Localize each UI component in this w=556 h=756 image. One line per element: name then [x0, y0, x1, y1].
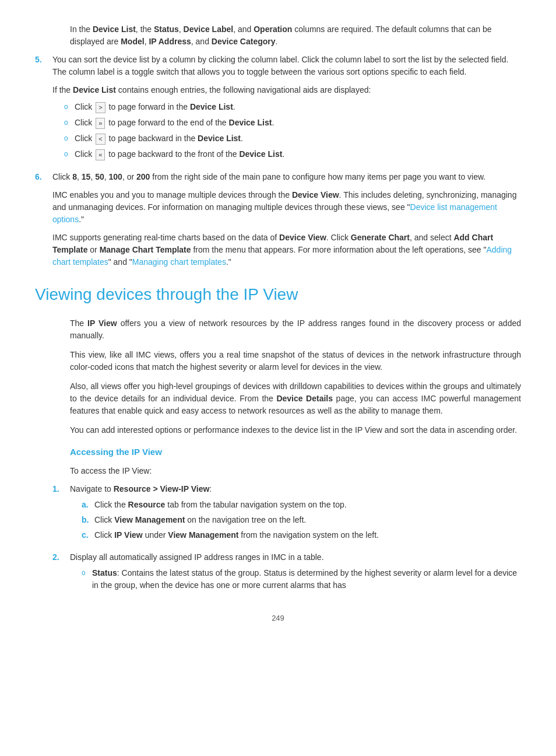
item-5: 5. You can sort the device list by a col… — [35, 54, 521, 164]
btn-forward-end: » — [96, 118, 105, 129]
item-6-number: 6. — [35, 171, 52, 268]
section-heading: Viewing devices through the IP View — [35, 282, 521, 307]
alpha-b: b. Click View Management on the navigati… — [82, 514, 521, 526]
item-6: 6. Click 8, 15, 50, 100, or 200 from the… — [35, 171, 521, 268]
item-6-text: Click 8, 15, 50, 100, or 200 from the ri… — [52, 171, 521, 183]
bullet-icon-1: o — [64, 102, 75, 112]
item-5-content: You can sort the device list by a column… — [52, 54, 521, 164]
item-6-para2: IMC supports generating real-time charts… — [52, 232, 521, 268]
access-item-2: 2. Display all automatically assigned IP… — [52, 551, 521, 595]
access-item-2-number: 2. — [52, 551, 70, 595]
access-item-1: 1. Navigate to Resource > View-IP View: … — [52, 483, 521, 544]
alpha-c-label: c. — [82, 529, 94, 541]
bullet-status-text: Status: Contains the latest status of th… — [92, 567, 521, 592]
bullet-icon-2: o — [64, 117, 75, 128]
bullet-backward: o Click < to page backward in the Device… — [64, 132, 521, 145]
access-item-1-content: Navigate to Resource > View-IP View: a. … — [70, 483, 521, 544]
link-device-list-mgmt[interactable]: Device list management options — [52, 202, 497, 224]
section-paras: The IP View offers you a view of network… — [70, 317, 521, 436]
item-6-content: Click 8, 15, 50, 100, or 200 from the ri… — [52, 171, 521, 268]
btn-backward-start: « — [96, 149, 105, 160]
bullet-forward-text: Click > to page forward in the Device Li… — [75, 101, 235, 113]
section-para-4: You can add interested options or perfor… — [70, 424, 521, 436]
bullet-forward-end: o Click » to page forward to the end of … — [64, 117, 521, 129]
btn-backward: < — [96, 134, 105, 145]
bullet-forward-end-text: Click » to page forward to the end of th… — [75, 117, 274, 129]
intro-text: In the Device List, the Status, Device L… — [70, 23, 521, 48]
alpha-c: c. Click IP View under View Management f… — [82, 529, 521, 541]
alpha-a: a. Click the Resource tab from the tabul… — [82, 499, 521, 511]
bullet-backward-text: Click < to page backward in the Device L… — [75, 132, 243, 145]
access-item-2-text: Display all automatically assigned IP ad… — [70, 551, 521, 564]
intro-paragraph: In the Device List, the Status, Device L… — [70, 23, 521, 48]
bullet-forward: o Click > to page forward in the Device … — [64, 101, 521, 113]
bullet-icon-4: o — [64, 149, 75, 159]
access-intro-block: To access the IP View: — [70, 465, 521, 477]
access-item-1-number: 1. — [52, 483, 70, 544]
alpha-b-label: b. — [82, 514, 94, 526]
bullet-icon-3: o — [64, 133, 75, 144]
sub-heading-container: Accessing the IP View — [70, 446, 521, 459]
bullet-status: o Status: Contains the latest status of … — [82, 567, 521, 592]
access-item-1-text: Navigate to Resource > View-IP View: — [70, 483, 521, 495]
bullet-backward-start: o Click « to page backward to the front … — [64, 148, 521, 160]
bullet-status-icon: o — [82, 568, 92, 578]
alpha-b-text: Click View Management on the navigation … — [94, 514, 306, 526]
item-5-number: 5. — [35, 54, 52, 164]
item-5-text: You can sort the device list by a column… — [52, 54, 521, 78]
page-number: 249 — [35, 612, 521, 624]
section-para-1: The IP View offers you a view of network… — [70, 317, 521, 342]
access-item-2-content: Display all automatically assigned IP ad… — [70, 551, 521, 595]
access-item-1-alpha: a. Click the Resource tab from the tabul… — [70, 499, 521, 541]
access-intro-text: To access the IP View: — [70, 465, 521, 477]
section-para-3: Also, all views offer you high-level gro… — [70, 380, 521, 417]
link-managing-chart[interactable]: Managing chart templates — [132, 257, 226, 267]
item-5-bullets: o Click > to page forward in the Device … — [52, 101, 521, 160]
sub-heading: Accessing the IP View — [70, 446, 521, 459]
section-para-2: This view, like all IMC views, offers yo… — [70, 349, 521, 373]
alpha-a-label: a. — [82, 499, 94, 511]
btn-forward: > — [96, 102, 105, 113]
access-item-2-bullets: o Status: Contains the latest status of … — [70, 567, 521, 592]
alpha-c-text: Click IP View under View Management from… — [94, 529, 379, 541]
bullet-backward-start-text: Click « to page backward to the front of… — [75, 148, 284, 160]
alpha-a-text: Click the Resource tab from the tabular … — [94, 499, 347, 511]
item-5-sub-intro: If the Device List contains enough entri… — [52, 84, 521, 96]
page-container: In the Device List, the Status, Device L… — [0, 0, 556, 756]
item-6-para1: IMC enables you and you to manage multip… — [52, 189, 521, 226]
